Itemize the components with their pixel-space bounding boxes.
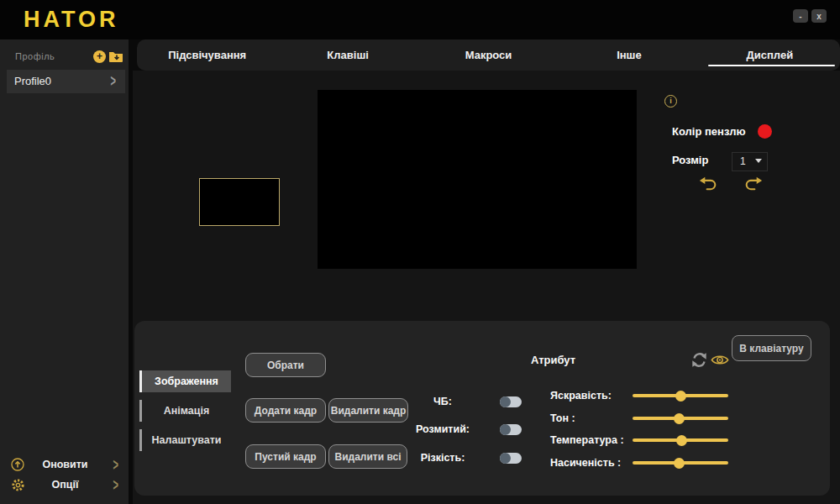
brightness-label: Яскравість:	[550, 390, 612, 402]
slider-knob[interactable]	[676, 435, 687, 446]
bw-toggle[interactable]	[500, 396, 522, 407]
brush-size-value: 1	[740, 155, 746, 167]
profile-item[interactable]: Profile0 >	[7, 70, 125, 93]
title-bar: HATOR - x	[0, 0, 840, 39]
sharpness-label: Різкість:	[409, 452, 476, 464]
blur-toggle[interactable]	[500, 424, 522, 435]
editor-tab-animation[interactable]: Анімація	[139, 400, 231, 422]
saturation-slider[interactable]	[633, 461, 728, 465]
temperature-label: Температура :	[550, 434, 624, 446]
chevron-down-icon	[755, 159, 762, 163]
temperature-slider[interactable]	[633, 438, 728, 442]
update-icon	[11, 458, 24, 471]
close-button[interactable]: x	[811, 9, 827, 23]
eye-preview-icon[interactable]	[711, 353, 729, 367]
slider-knob[interactable]	[675, 391, 686, 402]
toggle-knob	[500, 396, 511, 407]
bw-label: ЧБ:	[409, 396, 476, 407]
undo-button[interactable]	[699, 176, 717, 192]
import-profile-folder-icon[interactable]	[108, 50, 123, 62]
tab-display[interactable]: Дисплей	[700, 39, 840, 71]
brush-color-swatch[interactable]	[758, 124, 772, 139]
delete-frame-button[interactable]: Видалити кадр	[328, 398, 408, 423]
saturation-label: Насиченість :	[550, 457, 621, 469]
sharpness-toggle-row: Різкість:	[409, 450, 527, 465]
brightness-slider[interactable]	[633, 394, 728, 397]
profile-name: Profile0	[14, 75, 51, 87]
app-logo: HATOR	[24, 7, 119, 33]
add-frame-button[interactable]: Додати кадр	[245, 398, 326, 423]
to-keyboard-button[interactable]: В клавіатуру	[732, 335, 811, 361]
sidebar: Профіль + Profile0 > Оновити >	[0, 39, 129, 504]
add-profile-icon[interactable]: +	[93, 50, 106, 63]
delete-all-button[interactable]: Видалити всі	[328, 444, 407, 469]
redo-button[interactable]	[744, 176, 763, 192]
tab-lighting[interactable]: Підсвічування	[137, 39, 277, 71]
chevron-right-icon: >	[111, 71, 116, 91]
chevron-right-icon: >	[113, 475, 118, 495]
editor-tab-setup[interactable]: Налаштувати	[139, 429, 231, 451]
editor-tab-image[interactable]: Зображення	[139, 370, 231, 392]
chevron-right-icon: >	[113, 455, 118, 475]
tab-keys[interactable]: Клавіші	[277, 39, 417, 71]
gear-icon	[11, 478, 25, 492]
choose-button[interactable]: Обрати	[245, 353, 326, 377]
display-canvas[interactable]	[318, 90, 637, 269]
bw-toggle-row: ЧБ:	[409, 394, 527, 409]
tone-label: Тон :	[550, 412, 575, 424]
slider-knob[interactable]	[674, 413, 685, 424]
app-window: HATOR - x Профіль + Profile0 >	[0, 0, 840, 504]
info-icon[interactable]: i	[664, 95, 677, 108]
saturation-slider-row: Насиченість :	[550, 455, 731, 470]
sharpness-toggle[interactable]	[500, 453, 522, 464]
brush-size-label: Розмір	[672, 154, 708, 166]
toggle-knob	[500, 424, 511, 435]
sidebar-item-update[interactable]: Оновити >	[0, 457, 129, 474]
tab-macros[interactable]: Макроси	[418, 39, 559, 71]
slider-knob[interactable]	[674, 458, 685, 469]
active-tab-underline	[708, 65, 835, 66]
brush-size-dropdown[interactable]: 1	[732, 152, 768, 171]
attribute-label: Атрибут	[531, 354, 575, 366]
tab-other[interactable]: Інше	[559, 39, 699, 71]
frame-thumbnail[interactable]	[199, 178, 280, 226]
minimize-button[interactable]: -	[793, 9, 808, 23]
profile-header-label: Профіль	[15, 51, 55, 61]
brush-color-label: Колір пензлю	[672, 125, 746, 138]
blur-toggle-row: Розмитий:	[409, 422, 527, 437]
tone-slider-row: Тон :	[550, 411, 731, 426]
options-label: Опції	[25, 479, 105, 491]
toggle-knob	[500, 453, 511, 464]
tone-slider[interactable]	[633, 417, 728, 420]
main-tab-bar: Підсвічування Клавіші Макроси Інше Диспл…	[137, 39, 840, 71]
refresh-icon[interactable]	[690, 351, 708, 369]
update-label: Оновити	[25, 459, 105, 470]
temperature-slider-row: Температура :	[550, 433, 731, 448]
empty-frame-button[interactable]: Пустий кадр	[245, 444, 326, 469]
sidebar-item-options[interactable]: Опції >	[0, 477, 129, 494]
brightness-slider-row: Яскравість:	[550, 388, 731, 403]
blur-label: Розмитий:	[409, 423, 476, 435]
